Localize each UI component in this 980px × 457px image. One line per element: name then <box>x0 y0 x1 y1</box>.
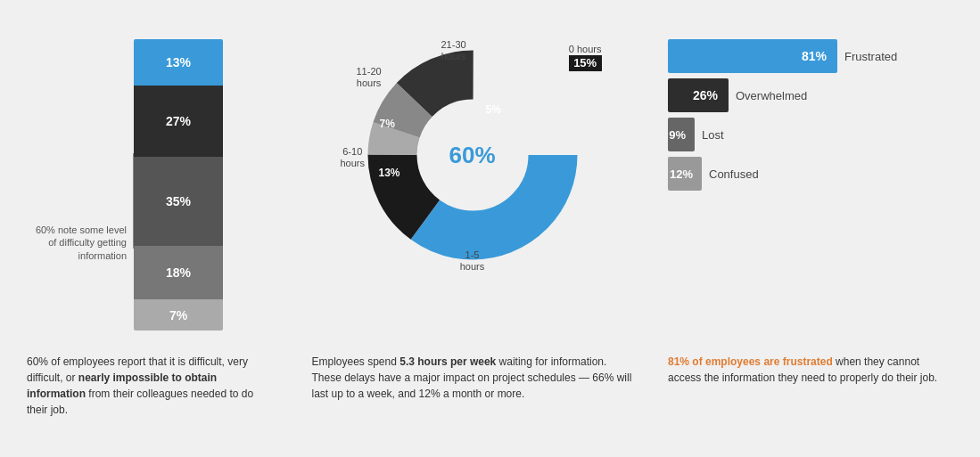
charts-row: 60% note some level of difficulty gettin… <box>27 39 953 331</box>
h-bar-row-overwhelmed: 26% Overwhelmed <box>668 78 953 112</box>
donut-label-21-30h: 21-30 hours <box>441 39 466 62</box>
bar-segment-4: 18% <box>134 246 223 299</box>
bracket-line <box>127 153 134 249</box>
donut-label-0h: 0 hours 15% <box>569 44 602 71</box>
annotation-text: 60% note some level of difficulty gettin… <box>27 224 127 262</box>
h-bar-frustrated: 81% <box>668 39 837 73</box>
h-bar-lost: 9% <box>668 118 695 151</box>
desc-right-text: 81% of employees are frustrated when the… <box>668 355 937 384</box>
desc-middle-text: Employees spend 5.3 hours per week waiti… <box>312 355 632 400</box>
donut-label-6-10h: 6-10 hours <box>341 146 366 169</box>
donut-label-11-20h: 11-20 hours <box>357 66 382 89</box>
donut-chart: 60% 60% 1-5hours 0 hours 15% 21-30 hours <box>357 39 589 271</box>
bar-segment-5: 7% <box>134 299 223 331</box>
bar-chart-wrapper: 60% note some level of difficulty gettin… <box>27 39 276 331</box>
desc-row: 60% of employees report that it is diffi… <box>27 354 953 418</box>
desc-left: 60% of employees report that it is diffi… <box>27 354 276 418</box>
h-bar-overwhelmed: 26% <box>668 78 729 112</box>
donut-center-label: 60% <box>449 142 495 169</box>
h-bar-label-frustrated: Frustrated <box>844 50 897 63</box>
h-bar-confused: 12% <box>668 157 702 191</box>
desc-right: 81% of employees are frustrated when the… <box>668 354 953 386</box>
h-bar-label-overwhelmed: Overwhelmed <box>736 89 807 102</box>
stacked-bar: 13% 27% 35% 18% 7% <box>134 39 223 331</box>
h-bar-row-confused: 12% Confused <box>668 157 953 191</box>
main-container: 60% note some level of difficulty gettin… <box>0 21 980 436</box>
donut-label-1-5h: 60% 1-5hours <box>459 234 484 273</box>
donut-label-13pct: 13% <box>379 167 400 179</box>
h-bar-label-lost: Lost <box>702 128 724 142</box>
h-bar-row-frustrated: 81% Frustrated <box>668 39 953 73</box>
bar-annotation: 60% note some level of difficulty gettin… <box>27 39 134 331</box>
h-bar-label-confused: Confused <box>709 167 759 181</box>
bar-segment-1: 13% <box>134 39 223 86</box>
donut-label-5pct: 5% <box>486 103 501 116</box>
h-bar-row-lost: 9% Lost <box>668 118 953 151</box>
bar-segment-2: 27% <box>134 86 223 157</box>
right-section: 81% Frustrated 26% Overwhelmed 9% Lost <box>668 39 953 191</box>
donut-label-7pct: 7% <box>380 118 395 130</box>
horizontal-bars: 81% Frustrated 26% Overwhelmed 9% Lost <box>668 39 953 191</box>
left-section: 60% note some level of difficulty gettin… <box>27 39 276 331</box>
bar-segment-3: 35% <box>134 157 223 246</box>
middle-section: 60% 60% 1-5hours 0 hours 15% 21-30 hours <box>312 39 633 271</box>
desc-left-text: 60% of employees report that it is diffi… <box>27 355 253 416</box>
desc-middle: Employees spend 5.3 hours per week waiti… <box>312 354 633 402</box>
